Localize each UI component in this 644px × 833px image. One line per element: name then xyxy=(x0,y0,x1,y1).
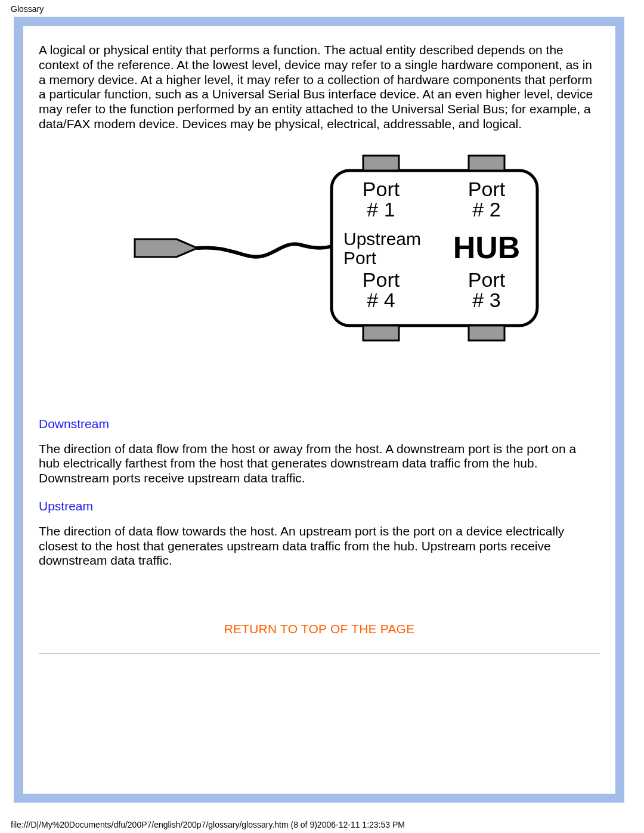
port1-connector-icon xyxy=(363,156,399,171)
page-header-label: Glossary xyxy=(11,4,44,14)
cable-wire-icon xyxy=(197,244,332,256)
section-divider xyxy=(39,653,600,654)
port2-connector-icon xyxy=(469,156,504,171)
upstream-paragraph: The direction of data flow towards the h… xyxy=(39,524,600,568)
footer-status-line: file:///D|/My%20Documents/dfu/200P7/engl… xyxy=(11,820,405,829)
upstream-heading: Upstream xyxy=(39,499,600,513)
return-to-top-link[interactable]: RETURN TO TOP OF THE PAGE xyxy=(39,622,600,636)
hub-label: HUB xyxy=(453,230,520,265)
content-panel: A logical or physical entity that perfor… xyxy=(23,26,615,794)
port3-label-line1: Port xyxy=(467,268,505,291)
port4-connector-icon xyxy=(363,326,399,340)
port4-label-line1: Port xyxy=(362,268,400,291)
port1-label-line2: # 1 xyxy=(367,198,395,221)
hub-diagram: Port # 1 Port # 2 Upstream Port HUB Port… xyxy=(39,150,600,346)
port3-label-line2: # 3 xyxy=(472,289,500,311)
cable-plug-icon xyxy=(135,239,197,257)
hub-diagram-svg: Port # 1 Port # 2 Upstream Port HUB Port… xyxy=(75,150,564,346)
port3-connector-icon xyxy=(469,326,504,340)
port2-label-line2: # 2 xyxy=(472,198,500,221)
page-frame: A logical or physical entity that perfor… xyxy=(14,17,624,803)
device-paragraph: A logical or physical entity that perfor… xyxy=(39,43,600,132)
port4-label-line2: # 4 xyxy=(367,289,395,311)
upstream-label-line1: Upstream xyxy=(343,229,421,249)
upstream-label-line2: Port xyxy=(343,248,377,268)
downstream-heading: Downstream xyxy=(39,417,600,431)
port1-label-line1: Port xyxy=(362,178,400,200)
port2-label-line1: Port xyxy=(467,178,505,200)
downstream-paragraph: The direction of data flow from the host… xyxy=(39,442,600,486)
